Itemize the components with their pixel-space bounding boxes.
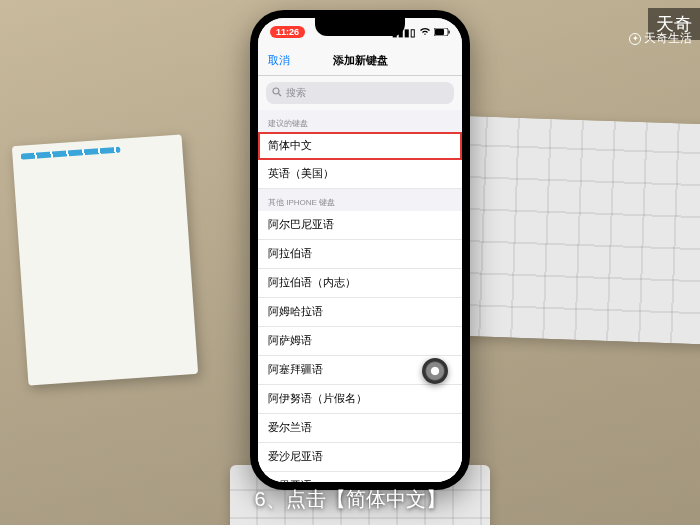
- assistive-touch-button[interactable]: [422, 358, 448, 384]
- section-header-other: 其他 IPHONE 键盘: [258, 189, 462, 211]
- list-item[interactable]: 阿拉伯语（内志）: [258, 269, 462, 298]
- list-item[interactable]: 阿萨姆语: [258, 327, 462, 356]
- search-placeholder: 搜索: [286, 86, 306, 100]
- list-item[interactable]: 简体中文: [258, 132, 462, 160]
- list-item[interactable]: 阿尔巴尼亚语: [258, 211, 462, 240]
- svg-point-3: [273, 88, 279, 94]
- list-item[interactable]: 阿伊努语（片假名）: [258, 385, 462, 414]
- svg-line-4: [279, 94, 282, 97]
- section-header-suggested: 建议的键盘: [258, 110, 462, 132]
- list-item[interactable]: 英语（美国）: [258, 160, 462, 189]
- notebook-prop: [12, 134, 198, 385]
- nav-bar: 取消 添加新键盘: [258, 46, 462, 76]
- watermark-logo: ✦ 天奇生活: [629, 30, 692, 47]
- list-item[interactable]: 爱尔兰语: [258, 414, 462, 443]
- status-time: 11:26: [270, 26, 305, 38]
- list-item[interactable]: 阿拉伯语: [258, 240, 462, 269]
- watermark-icon: ✦: [629, 33, 641, 45]
- list-item[interactable]: 爱沙尼亚语: [258, 443, 462, 472]
- watermark-text: 天奇生活: [644, 30, 692, 47]
- page-title: 添加新键盘: [333, 53, 388, 68]
- svg-rect-1: [435, 29, 444, 35]
- svg-rect-2: [449, 30, 450, 33]
- battery-icon: [434, 27, 450, 38]
- phone-screen: 11:26 ▮▮▮▯ 取消 添加新键盘 搜索: [258, 18, 462, 482]
- wifi-icon: [419, 27, 431, 38]
- list-item[interactable]: 阿姆哈拉语: [258, 298, 462, 327]
- search-container: 搜索: [258, 76, 462, 110]
- tutorial-caption: 6、点击【简体中文】: [0, 486, 700, 513]
- keyboard-list[interactable]: 建议的键盘 简体中文 英语（美国） 其他 IPHONE 键盘 阿尔巴尼亚语 阿拉…: [258, 110, 462, 482]
- notch: [315, 18, 405, 36]
- search-icon: [272, 87, 282, 99]
- phone-frame: 11:26 ▮▮▮▯ 取消 添加新键盘 搜索: [250, 10, 470, 490]
- cancel-button[interactable]: 取消: [268, 53, 290, 68]
- list-item[interactable]: 奥里亚语: [258, 472, 462, 482]
- search-input[interactable]: 搜索: [266, 82, 454, 104]
